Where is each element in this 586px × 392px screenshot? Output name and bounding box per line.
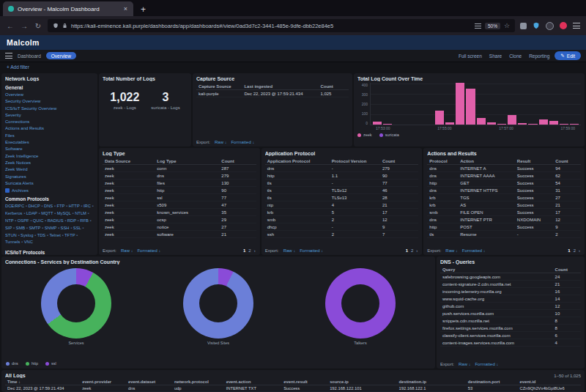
protocol-link-tds[interactable]: TDS	[37, 233, 50, 237]
url-bar[interactable]: https://kali-eminence.kali.purple/dashbo…	[48, 19, 515, 32]
export-formatted-link[interactable]: Formatted ↓	[137, 248, 160, 253]
bar-17:57:00[interactable]	[528, 83, 537, 125]
bar-17:55:00[interactable]	[466, 83, 475, 125]
protocol-link-quic[interactable]: QUIC	[33, 218, 48, 223]
zoom-level-badge[interactable]: 50%	[485, 23, 500, 29]
export-raw-link[interactable]: Raw ↓	[459, 362, 470, 366]
sidebar-item-signatures[interactable]: Signatures	[5, 174, 94, 180]
protocol-link-radius[interactable]: RADIUS	[48, 218, 67, 223]
sidebar-item-connections[interactable]: Connections	[5, 119, 94, 125]
protocol-link-ssl[interactable]: SSL	[73, 226, 84, 230]
protocol-link-tftp[interactable]: TFTP	[64, 233, 78, 237]
column-header[interactable]: Time ↓	[5, 379, 80, 385]
column-header[interactable]: Count	[219, 158, 256, 165]
tab-close-icon[interactable]: ×	[123, 5, 128, 12]
next-page-button[interactable]: ›	[416, 248, 418, 253]
profile-avatar[interactable]	[546, 22, 554, 30]
bar-17:56:00[interactable]	[497, 83, 506, 125]
lock-icon[interactable]	[62, 23, 67, 29]
donut-chart[interactable]	[41, 268, 111, 339]
protocol-link-ssh[interactable]: SSH	[61, 226, 73, 230]
bar-17:54:20[interactable]	[445, 83, 454, 125]
protocol-link-ftp[interactable]: FTP	[57, 204, 69, 208]
protocol-link-kerberos[interactable]: Kerberos	[5, 211, 26, 215]
column-header[interactable]: Count	[318, 83, 349, 90]
donut-chart[interactable]	[325, 268, 396, 339]
sidebar-item-severity[interactable]: Severity	[5, 112, 94, 119]
breadcrumb-current[interactable]: Overview	[46, 52, 76, 59]
protocol-link-dce-rpc[interactable]: DCE/RPC	[5, 204, 28, 208]
sidebar-item-zeek-weird[interactable]: Zeek Weird	[5, 166, 94, 173]
nav-action-reporting[interactable]: Reporting	[529, 53, 549, 59]
export-raw-link[interactable]: Raw ↓	[445, 248, 457, 253]
column-header[interactable]: Last ingested	[242, 83, 318, 90]
protocol-link-rdp[interactable]: RDP	[67, 218, 80, 223]
protocol-link-mysql[interactable]: MySQL	[57, 211, 75, 215]
page-button-1[interactable]: 1	[568, 248, 570, 253]
column-header[interactable]: network.protocol	[172, 379, 224, 385]
protocol-link-rfb[interactable]: RFB	[80, 218, 91, 223]
protocol-link-mqtt[interactable]: MQTT	[41, 211, 57, 215]
bar-17:52:00[interactable]	[373, 83, 382, 125]
bar-17:58:20[interactable]	[570, 83, 579, 125]
bar-17:52:20[interactable]	[383, 83, 392, 125]
column-header[interactable]: destination.port	[466, 379, 518, 385]
sidebar-item-files[interactable]: Files	[5, 133, 94, 139]
nav-action-clone[interactable]: Clone	[509, 53, 522, 59]
sidebar-item-zeek-notices[interactable]: Zeek Notices	[5, 160, 94, 166]
bookmark-star-icon[interactable]: ☆	[504, 22, 510, 29]
protocol-link-snmp[interactable]: SNMP	[45, 226, 61, 230]
page-button-2[interactable]: 2	[411, 248, 413, 253]
browser-tab[interactable]: Overview - Malcolm Dashboard ×	[3, 1, 133, 16]
next-page-button[interactable]: ›	[579, 248, 580, 253]
column-header[interactable]: Action	[458, 158, 515, 165]
security-shield-icon[interactable]	[533, 22, 540, 29]
protocol-link-telnet[interactable]: Telnet	[49, 233, 64, 237]
new-tab-button[interactable]: +	[136, 4, 150, 16]
column-header[interactable]: Count	[553, 158, 581, 165]
protocol-link-sip[interactable]: SIP	[5, 226, 16, 230]
column-header[interactable]: Result	[515, 158, 553, 165]
column-header[interactable]: Count	[380, 158, 418, 165]
protocol-link-smtp[interactable]: SMTP	[29, 226, 44, 230]
bar-17:57:40[interactable]	[549, 83, 558, 125]
sidebar-item-suricata-alerts[interactable]: Suricata Alerts	[5, 180, 94, 187]
protocol-link-stun[interactable]: STUN	[5, 233, 21, 237]
export-raw-link[interactable]: Raw ↓	[215, 140, 226, 144]
export-formatted-link[interactable]: Formatted ↓	[231, 140, 254, 144]
column-header[interactable]: Query	[440, 266, 553, 273]
bar-17:53:40[interactable]	[425, 83, 434, 125]
menu-icon[interactable]	[573, 23, 580, 29]
bar-17:55:20[interactable]	[477, 83, 486, 125]
export-raw-link[interactable]: Raw ↓	[121, 248, 133, 253]
protocol-link-ntp[interactable]: NTP	[5, 218, 18, 223]
page-button-1[interactable]: 1	[243, 248, 245, 253]
sidebar-item-ics-iot-security-overview[interactable]: ICS/IoT Security Overview	[5, 106, 94, 112]
nav-menu-icon[interactable]	[5, 53, 12, 59]
page-button-2[interactable]: 2	[248, 248, 251, 253]
back-button[interactable]: ←	[6, 22, 15, 30]
column-header[interactable]: Application Protocol	[265, 158, 330, 165]
protocol-link-ntlm[interactable]: NTLM	[75, 211, 89, 215]
donut-chart[interactable]	[183, 268, 253, 339]
reload-button[interactable]: ↻	[34, 22, 42, 30]
nav-action-full-screen[interactable]: Full screen	[459, 53, 482, 59]
record-indicator-icon[interactable]	[560, 22, 567, 29]
sidebar-item-executables[interactable]: Executables	[5, 139, 94, 146]
column-header[interactable]: event.dataset	[126, 379, 172, 385]
reader-mode-icon[interactable]	[475, 23, 481, 29]
column-header[interactable]: Capture Source	[196, 83, 242, 90]
protocol-link-dhcp[interactable]: DHCP	[28, 204, 44, 208]
breadcrumb-root[interactable]: Dashboard	[18, 53, 41, 59]
export-formatted-link[interactable]: Formatted ↓	[475, 362, 498, 366]
extensions-icon[interactable]	[520, 23, 527, 29]
protocol-link-irc[interactable]: IRC	[84, 204, 94, 208]
edit-button[interactable]: ✎ Edit	[555, 51, 581, 60]
protocol-link-smb[interactable]: SMB	[16, 226, 29, 230]
column-header[interactable]: event.action	[224, 379, 282, 385]
nav-action-share[interactable]: Share	[489, 53, 502, 59]
column-header[interactable]: Protocol Version	[330, 158, 380, 165]
protocol-link-http[interactable]: HTTP	[69, 204, 84, 208]
next-page-button[interactable]: ›	[254, 248, 256, 253]
column-header[interactable]: Data Source	[103, 158, 155, 165]
